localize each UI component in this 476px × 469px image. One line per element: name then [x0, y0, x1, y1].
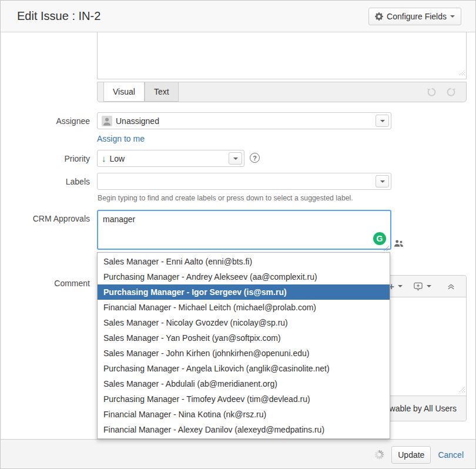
suggestion-item[interactable]: Financial Manager - Alexey Danilov (alex…: [98, 422, 390, 437]
assignee-value: Unassigned: [116, 116, 159, 126]
edit-issue-dialog: Edit Issue : IN-2 Configure Fields Visua…: [0, 0, 476, 469]
suggestion-item[interactable]: Sales Manager - John Kirhen (johnkirhen@…: [98, 346, 390, 361]
assignee-field[interactable]: Unassigned: [97, 112, 391, 129]
labels-hint: Begin typing to find and create labels o…: [98, 194, 353, 202]
assignee-label: Assignee: [1, 116, 90, 126]
labels-label: Labels: [1, 177, 90, 186]
tab-visual[interactable]: Visual: [103, 82, 145, 102]
configure-fields-button[interactable]: Configure Fields: [368, 8, 461, 25]
chevron-down-icon: [450, 15, 455, 18]
dialog-footer: Update Cancel: [1, 439, 475, 469]
priority-field[interactable]: ↓ Low: [97, 150, 244, 167]
comment-label: Comment: [1, 279, 90, 288]
priority-value: Low: [110, 154, 125, 163]
labels-field[interactable]: [97, 173, 391, 190]
suggestion-item[interactable]: Financial Manager - Michael Leitch (mich…: [98, 300, 390, 315]
suggestion-item[interactable]: Purchasing Manager - Andrey Alekseev (aa…: [98, 269, 390, 284]
description-editor-area[interactable]: [97, 32, 467, 79]
assignee-dropdown-button[interactable]: [376, 115, 389, 127]
people-picker-icon[interactable]: [394, 239, 404, 250]
collapse-toolbar-icon[interactable]: [447, 282, 455, 291]
cancel-link[interactable]: Cancel: [438, 450, 464, 460]
chevron-down-icon[interactable]: [398, 285, 403, 287]
suggestion-item[interactable]: Purchasing Manager - Angela Likovich (an…: [98, 361, 390, 376]
page-title: Edit Issue : IN-2: [17, 9, 100, 23]
undo-icon[interactable]: [426, 86, 437, 98]
configure-fields-label: Configure Fields: [387, 12, 447, 21]
redo-icon[interactable]: [445, 86, 457, 98]
chevron-down-icon: [380, 120, 385, 122]
help-icon[interactable]: ?: [250, 153, 260, 163]
suggestion-item[interactable]: Sales Manager - Abdulali (ab@meridianent…: [98, 376, 390, 391]
suggestion-item[interactable]: Sales Manager - Nicolay Gvozdev (nicolay…: [98, 315, 390, 330]
labels-dropdown-button[interactable]: [376, 175, 389, 187]
crm-approvals-input[interactable]: manager: [97, 210, 391, 250]
dialog-header: Edit Issue : IN-2 Configure Fields: [1, 1, 475, 32]
assign-to-me-link[interactable]: Assign to me: [97, 134, 145, 143]
tab-text[interactable]: Text: [145, 82, 179, 102]
priority-dropdown-button[interactable]: [229, 152, 242, 165]
editor-tabbar: Visual Text: [97, 82, 467, 102]
avatar-icon: [102, 116, 112, 126]
priority-low-icon: ↓: [102, 154, 106, 163]
gear-icon: [375, 12, 383, 21]
suggestion-item[interactable]: Purchasing Manager - Igor Sergeev (is@sm…: [98, 284, 390, 300]
priority-label: Priority: [1, 154, 90, 163]
chevron-down-icon: [380, 180, 385, 183]
spinner-icon: [374, 450, 384, 460]
canned-response-icon[interactable]: [413, 282, 423, 292]
chevron-down-icon[interactable]: [427, 285, 431, 287]
update-button[interactable]: Update: [391, 446, 431, 464]
chevron-down-icon: [233, 158, 238, 160]
crm-approvals-label: CRM Approvals: [1, 214, 90, 223]
suggestion-item[interactable]: Sales Manager - Yan Posheit (yan@softpix…: [98, 330, 390, 346]
crm-suggestions-dropdown: Sales Manager - Enni Aalto (enni@bts.fi)…: [97, 252, 390, 439]
editor-history-controls: [426, 82, 466, 102]
resize-grip-icon[interactable]: [458, 67, 465, 78]
suggestion-item[interactable]: Purchasing Manager - Timofey Avdeev (tim…: [98, 391, 390, 407]
suggestion-item[interactable]: Sales Manager - Enni Aalto (enni@bts.fi): [98, 254, 390, 269]
suggestion-item[interactable]: Financial Manager - Nina Kotina (nk@rsz.…: [98, 407, 390, 422]
resize-grip-icon[interactable]: [458, 384, 465, 394]
